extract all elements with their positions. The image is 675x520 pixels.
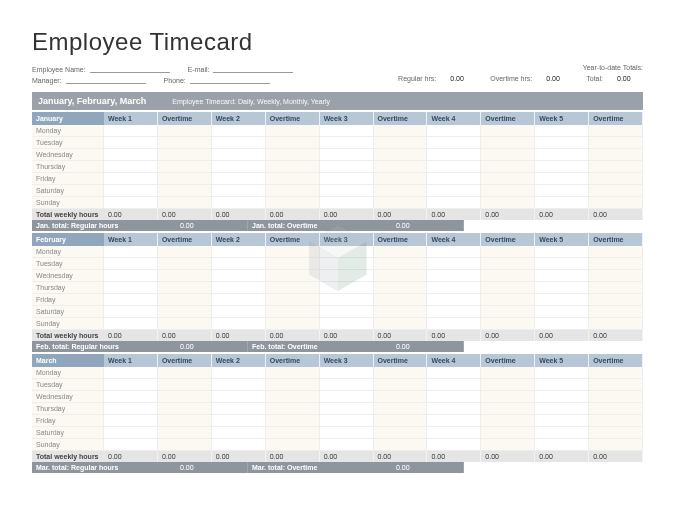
hours-cell[interactable] <box>427 197 481 209</box>
hours-cell[interactable] <box>266 367 320 379</box>
hours-cell[interactable] <box>212 282 266 294</box>
hours-cell[interactable] <box>374 318 428 330</box>
hours-cell[interactable] <box>427 149 481 161</box>
hours-cell[interactable] <box>212 403 266 415</box>
hours-cell[interactable] <box>266 379 320 391</box>
hours-cell[interactable] <box>212 439 266 451</box>
hours-cell[interactable] <box>104 306 158 318</box>
hours-cell[interactable] <box>158 439 212 451</box>
hours-cell[interactable] <box>481 403 535 415</box>
hours-cell[interactable] <box>104 125 158 137</box>
hours-cell[interactable] <box>535 149 589 161</box>
hours-cell[interactable] <box>427 415 481 427</box>
hours-cell[interactable] <box>104 367 158 379</box>
hours-cell[interactable] <box>374 379 428 391</box>
hours-cell[interactable] <box>374 403 428 415</box>
hours-cell[interactable] <box>481 282 535 294</box>
hours-cell[interactable] <box>212 149 266 161</box>
hours-cell[interactable] <box>535 173 589 185</box>
hours-cell[interactable] <box>481 306 535 318</box>
hours-cell[interactable] <box>481 415 535 427</box>
hours-cell[interactable] <box>374 161 428 173</box>
hours-cell[interactable] <box>158 367 212 379</box>
hours-cell[interactable] <box>427 125 481 137</box>
hours-cell[interactable] <box>320 137 374 149</box>
hours-cell[interactable] <box>374 246 428 258</box>
hours-cell[interactable] <box>320 367 374 379</box>
hours-cell[interactable] <box>266 258 320 270</box>
hours-cell[interactable] <box>266 137 320 149</box>
hours-cell[interactable] <box>212 246 266 258</box>
hours-cell[interactable] <box>158 318 212 330</box>
hours-cell[interactable] <box>535 294 589 306</box>
hours-cell[interactable] <box>427 306 481 318</box>
hours-cell[interactable] <box>427 282 481 294</box>
hours-cell[interactable] <box>374 149 428 161</box>
hours-cell[interactable] <box>589 197 643 209</box>
hours-cell[interactable] <box>535 439 589 451</box>
hours-cell[interactable] <box>104 391 158 403</box>
email-field[interactable] <box>213 64 293 73</box>
hours-cell[interactable] <box>427 439 481 451</box>
hours-cell[interactable] <box>104 149 158 161</box>
hours-cell[interactable] <box>427 427 481 439</box>
hours-cell[interactable] <box>481 149 535 161</box>
hours-cell[interactable] <box>320 391 374 403</box>
hours-cell[interactable] <box>481 391 535 403</box>
hours-cell[interactable] <box>104 379 158 391</box>
hours-cell[interactable] <box>589 173 643 185</box>
hours-cell[interactable] <box>589 137 643 149</box>
hours-cell[interactable] <box>212 379 266 391</box>
hours-cell[interactable] <box>535 318 589 330</box>
hours-cell[interactable] <box>427 137 481 149</box>
hours-cell[interactable] <box>158 391 212 403</box>
hours-cell[interactable] <box>374 415 428 427</box>
hours-cell[interactable] <box>374 137 428 149</box>
hours-cell[interactable] <box>481 427 535 439</box>
hours-cell[interactable] <box>266 415 320 427</box>
hours-cell[interactable] <box>104 137 158 149</box>
hours-cell[interactable] <box>535 427 589 439</box>
hours-cell[interactable] <box>374 306 428 318</box>
hours-cell[interactable] <box>427 391 481 403</box>
hours-cell[interactable] <box>320 439 374 451</box>
hours-cell[interactable] <box>427 270 481 282</box>
hours-cell[interactable] <box>266 270 320 282</box>
hours-cell[interactable] <box>158 137 212 149</box>
hours-cell[interactable] <box>212 185 266 197</box>
hours-cell[interactable] <box>212 294 266 306</box>
hours-cell[interactable] <box>374 282 428 294</box>
hours-cell[interactable] <box>320 403 374 415</box>
hours-cell[interactable] <box>589 258 643 270</box>
hours-cell[interactable] <box>104 246 158 258</box>
hours-cell[interactable] <box>212 415 266 427</box>
hours-cell[interactable] <box>481 318 535 330</box>
hours-cell[interactable] <box>320 318 374 330</box>
hours-cell[interactable] <box>158 427 212 439</box>
hours-cell[interactable] <box>158 403 212 415</box>
hours-cell[interactable] <box>104 270 158 282</box>
hours-cell[interactable] <box>427 367 481 379</box>
hours-cell[interactable] <box>535 161 589 173</box>
hours-cell[interactable] <box>481 258 535 270</box>
employee-name-field[interactable] <box>90 64 170 73</box>
hours-cell[interactable] <box>589 185 643 197</box>
hours-cell[interactable] <box>320 173 374 185</box>
hours-cell[interactable] <box>535 185 589 197</box>
hours-cell[interactable] <box>320 258 374 270</box>
hours-cell[interactable] <box>535 391 589 403</box>
hours-cell[interactable] <box>266 282 320 294</box>
hours-cell[interactable] <box>266 173 320 185</box>
hours-cell[interactable] <box>535 403 589 415</box>
hours-cell[interactable] <box>104 197 158 209</box>
hours-cell[interactable] <box>104 294 158 306</box>
hours-cell[interactable] <box>320 270 374 282</box>
hours-cell[interactable] <box>158 246 212 258</box>
hours-cell[interactable] <box>481 197 535 209</box>
hours-cell[interactable] <box>374 125 428 137</box>
hours-cell[interactable] <box>589 415 643 427</box>
hours-cell[interactable] <box>266 197 320 209</box>
hours-cell[interactable] <box>589 439 643 451</box>
hours-cell[interactable] <box>481 161 535 173</box>
hours-cell[interactable] <box>427 379 481 391</box>
